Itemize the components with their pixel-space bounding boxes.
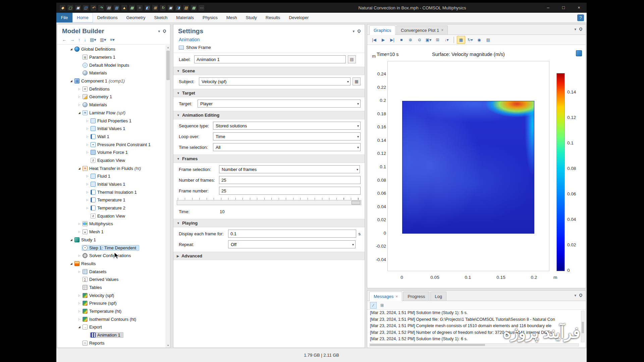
pin-icon[interactable]: [579, 294, 582, 297]
close-tab-icon[interactable]: ×: [441, 28, 443, 33]
expand-toggle-icon[interactable]: [77, 103, 82, 106]
compute-icon[interactable]: =: [137, 5, 143, 11]
open-icon[interactable]: ▣: [75, 5, 81, 11]
build-all-icon[interactable]: ▲: [121, 5, 127, 11]
redo-icon[interactable]: ↷: [98, 5, 104, 11]
expand-toggle-icon[interactable]: [77, 318, 82, 321]
subject-select[interactable]: Velocity (spf)▾: [199, 77, 351, 85]
tree-item[interactable]: Fluid Properties 1: [57, 117, 170, 125]
tree-item[interactable]: Materials: [57, 69, 170, 77]
tree-item[interactable]: Parameters 1: [57, 53, 170, 61]
tree-item[interactable]: Mesh 1: [57, 228, 170, 236]
scroll-up-icon[interactable]: ▴: [166, 46, 170, 49]
tree-item[interactable]: Thermal Insulation 1: [57, 188, 170, 196]
select-mode-icon[interactable]: ▦: [457, 36, 465, 44]
ribbon-tab[interactable]: Mesh: [222, 13, 241, 22]
panel-menu-chevron-icon[interactable]: ▾: [158, 29, 160, 33]
move-down-icon[interactable]: ↓: [84, 37, 87, 42]
ribbon-tab[interactable]: Materials: [172, 13, 198, 22]
tree-item[interactable]: Initial Values 1: [57, 180, 170, 188]
close-tab-icon[interactable]: ×: [395, 294, 398, 299]
expand-toggle-icon[interactable]: [85, 127, 90, 130]
ribbon-tab[interactable]: Home: [72, 13, 93, 22]
expand-toggle-icon[interactable]: [85, 135, 90, 138]
section-animation-editing-header[interactable]: ▼Animation Editing: [173, 111, 365, 119]
expand-toggle-icon[interactable]: [77, 270, 82, 273]
zoom-extents-icon[interactable]: ▣: [168, 5, 173, 11]
tree-item[interactable]: Step 1: Time Dependent: [57, 244, 170, 252]
plot-canvas[interactable]: Time=10 s Surface: Velocity magnitude (m…: [367, 45, 586, 288]
horizontal-scrollbar[interactable]: [369, 343, 579, 347]
slider-thumb[interactable]: [352, 201, 360, 204]
messages-tab[interactable]: Messages×: [369, 292, 402, 301]
tree-item[interactable]: Temperature 2: [57, 204, 170, 212]
snapshot-camera-icon[interactable]: ◉: [475, 36, 483, 44]
tree-item[interactable]: Animation 1: [57, 331, 170, 339]
paste-icon[interactable]: ▥: [114, 5, 119, 11]
tree-item[interactable]: Materials: [57, 101, 170, 109]
expand-toggle-icon[interactable]: [85, 143, 90, 146]
expand-toggle-icon[interactable]: [85, 183, 90, 186]
graphics-tab[interactable]: Convergence Plot 1×: [396, 25, 448, 35]
panel-menu-chevron-icon[interactable]: ▾: [574, 294, 576, 297]
panel-menu-chevron-icon[interactable]: ▾: [574, 27, 576, 31]
play-icon[interactable]: ▶: [379, 36, 387, 44]
plot-icon[interactable]: ◧: [145, 5, 150, 11]
tree-item[interactable]: Equation View: [57, 212, 170, 220]
save-icon[interactable]: ◫: [83, 5, 89, 11]
expand-toggle-icon[interactable]: [77, 294, 82, 297]
print-icon[interactable]: ▤: [484, 36, 492, 44]
repeat-select[interactable]: Off▾: [228, 240, 356, 248]
scene-light-icon[interactable]: ↻▾: [466, 36, 474, 44]
expand-toggle-icon[interactable]: [69, 238, 74, 241]
section-scene-header[interactable]: ▼Scene: [173, 67, 365, 75]
display-each-frame-input[interactable]: [228, 230, 356, 238]
expand-toggle-icon[interactable]: [85, 206, 90, 209]
go-to-view-icon[interactable]: ↓▾: [442, 36, 451, 44]
tree-item[interactable]: Results: [57, 260, 170, 268]
expand-toggle-icon[interactable]: [77, 95, 82, 98]
minimize-button[interactable]: –: [540, 3, 556, 13]
forward-icon[interactable]: →: [70, 37, 74, 42]
tree-item[interactable]: Velocity (spf): [57, 291, 170, 299]
show-options-icon[interactable]: ▤▾: [90, 37, 96, 42]
maximize-button[interactable]: □: [556, 3, 571, 13]
tree-item[interactable]: Solver Configurations: [57, 252, 170, 260]
tree-item[interactable]: Export: [57, 323, 170, 331]
ribbon-tab[interactable]: Results: [261, 13, 284, 22]
tree-item[interactable]: Geometry 1: [57, 93, 170, 101]
separator[interactable]: [453, 37, 454, 43]
expand-toggle-icon[interactable]: [69, 262, 74, 265]
more-commands-icon[interactable]: ⋯: [199, 5, 204, 11]
expand-toggle-icon[interactable]: [77, 111, 82, 114]
tree-item[interactable]: Laminar Flow(spf): [57, 109, 170, 117]
scrollbar-thumb[interactable]: [582, 322, 584, 333]
graphics-tab[interactable]: Graphics×: [369, 25, 395, 35]
vertical-scrollbar[interactable]: [581, 311, 585, 342]
expand-toggle-icon[interactable]: [85, 198, 90, 201]
expand-toggle-icon[interactable]: [85, 175, 90, 178]
tree-item[interactable]: Definitions: [57, 85, 170, 93]
ribbon-tab[interactable]: Developer: [284, 13, 313, 22]
tree-item[interactable]: Global Definitions: [57, 45, 170, 53]
tree-item[interactable]: Derived Values: [57, 276, 170, 284]
stop-icon[interactable]: ■: [397, 36, 406, 44]
ribbon-tab[interactable]: Geometry: [122, 13, 150, 22]
tree-item[interactable]: Pressure (spf): [57, 299, 170, 307]
panel-menu-chevron-icon[interactable]: ▾: [353, 29, 355, 33]
window-split-icon[interactable]: ⊞: [433, 36, 442, 44]
section-frames-header[interactable]: ▼Frames: [173, 155, 365, 163]
go-to-source-button[interactable]: ▦: [353, 77, 361, 85]
pin-icon[interactable]: [579, 27, 582, 31]
clear-messages-icon[interactable]: ∕: [370, 302, 377, 309]
last-frame-icon[interactable]: ▶|: [388, 36, 396, 44]
expand-toggle-icon[interactable]: [77, 302, 82, 305]
tree-scrollbar[interactable]: ▴ ▾: [166, 45, 170, 348]
scroll-down-icon[interactable]: ▾: [166, 344, 170, 347]
expand-toggle-icon[interactable]: [77, 222, 82, 225]
first-frame-icon[interactable]: |◀: [370, 36, 378, 44]
tree-item[interactable]: Default Model Inputs: [57, 61, 170, 69]
tree-item[interactable]: Temperature (ht): [57, 307, 170, 315]
tree-item[interactable]: Isothermal Contours (ht): [57, 315, 170, 323]
pin-icon[interactable]: [358, 29, 361, 33]
